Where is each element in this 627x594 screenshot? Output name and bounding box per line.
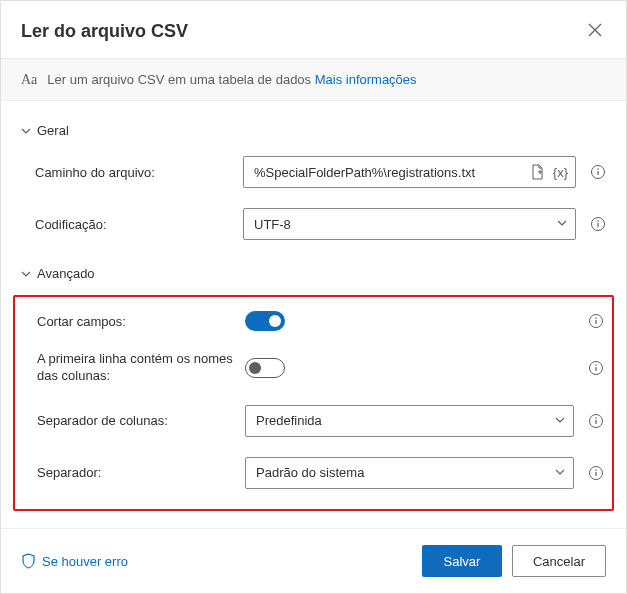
separator-value: Padrão do sistema xyxy=(256,465,364,480)
banner-text: Ler um arquivo CSV em uma tabela de dado… xyxy=(47,72,416,87)
info-icon[interactable] xyxy=(588,413,604,429)
svg-point-4 xyxy=(597,220,599,222)
close-icon xyxy=(588,23,602,37)
svg-point-1 xyxy=(597,168,599,170)
banner-message: Ler um arquivo CSV em uma tabela de dado… xyxy=(47,72,314,87)
svg-rect-14 xyxy=(595,420,596,424)
field-trim: Cortar campos: xyxy=(23,303,604,343)
field-first-row: A primeira linha contém os nomes das col… xyxy=(23,343,604,397)
file-icon xyxy=(530,164,545,180)
section-advanced-label: Avançado xyxy=(37,266,95,281)
chevron-down-icon xyxy=(21,269,31,279)
svg-rect-2 xyxy=(597,171,598,175)
chevron-down-icon xyxy=(21,126,31,136)
shield-icon xyxy=(21,553,36,569)
field-encoding: Codificação: UTF-8 xyxy=(21,200,606,252)
field-col-separator: Separador de colunas: Predefinida xyxy=(23,397,604,449)
col-sep-value: Predefinida xyxy=(256,413,322,428)
on-error-link[interactable]: Se houver erro xyxy=(21,553,128,569)
close-button[interactable] xyxy=(584,19,606,44)
dialog-content: Geral Caminho do arquivo: {x} xyxy=(1,101,626,528)
cancel-button[interactable]: Cancelar xyxy=(512,545,606,577)
first-row-toggle[interactable] xyxy=(245,358,285,378)
section-advanced[interactable]: Avançado xyxy=(21,252,606,291)
info-icon[interactable] xyxy=(588,465,604,481)
browse-file-button[interactable] xyxy=(528,162,547,182)
trim-label: Cortar campos: xyxy=(37,314,237,329)
info-icon[interactable] xyxy=(588,360,604,376)
on-error-label: Se houver erro xyxy=(42,554,128,569)
save-button[interactable]: Salvar xyxy=(422,545,502,577)
svg-rect-17 xyxy=(595,472,596,476)
col-sep-label: Separador de colunas: xyxy=(37,413,237,428)
footer-buttons: Salvar Cancelar xyxy=(422,545,606,577)
svg-rect-11 xyxy=(595,367,596,371)
section-general[interactable]: Geral xyxy=(21,109,606,148)
info-icon[interactable] xyxy=(590,216,606,232)
file-path-input[interactable] xyxy=(243,156,576,188)
svg-point-13 xyxy=(595,417,597,419)
svg-point-16 xyxy=(595,469,597,471)
field-separator: Separador: Padrão do sistema xyxy=(23,449,604,501)
advanced-highlight-box: Cortar campos: A primeira linha contém o… xyxy=(13,295,614,511)
section-general-label: Geral xyxy=(37,123,69,138)
encoding-value: UTF-8 xyxy=(254,217,291,232)
trim-toggle[interactable] xyxy=(245,311,285,331)
first-row-label: A primeira linha contém os nomes das col… xyxy=(37,351,237,385)
field-file-path: Caminho do arquivo: {x} xyxy=(21,148,606,200)
col-sep-select[interactable]: Predefinida xyxy=(245,405,574,437)
svg-rect-5 xyxy=(597,223,598,227)
csv-read-dialog: Ler do arquivo CSV Aa Ler um arquivo CSV… xyxy=(0,0,627,594)
info-banner: Aa Ler um arquivo CSV em uma tabela de d… xyxy=(1,58,626,101)
dialog-header: Ler do arquivo CSV xyxy=(1,1,626,58)
encoding-select[interactable]: UTF-8 xyxy=(243,208,576,240)
info-icon[interactable] xyxy=(588,313,604,329)
separator-label: Separador: xyxy=(37,465,237,480)
dialog-footer: Se houver erro Salvar Cancelar xyxy=(1,528,626,593)
file-path-label: Caminho do arquivo: xyxy=(35,165,235,180)
text-format-icon: Aa xyxy=(21,71,37,88)
variable-picker-button[interactable]: {x} xyxy=(551,163,570,182)
svg-point-10 xyxy=(595,364,597,366)
variable-icon: {x} xyxy=(553,165,568,180)
dialog-title: Ler do arquivo CSV xyxy=(21,21,188,42)
svg-rect-8 xyxy=(595,320,596,324)
info-icon[interactable] xyxy=(590,164,606,180)
encoding-label: Codificação: xyxy=(35,217,235,232)
section-vars-produced[interactable]: Variáveis produzidas CSVTable xyxy=(21,521,606,528)
more-info-link[interactable]: Mais informações xyxy=(315,72,417,87)
svg-point-7 xyxy=(595,317,597,319)
separator-select[interactable]: Padrão do sistema xyxy=(245,457,574,489)
